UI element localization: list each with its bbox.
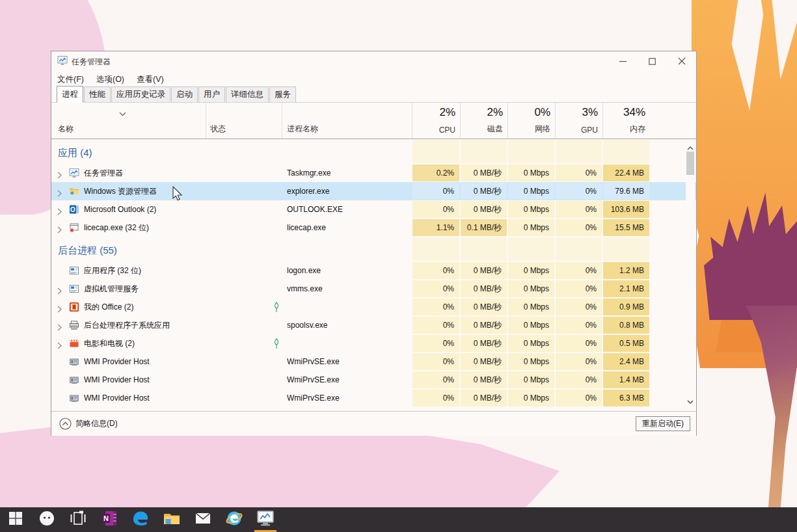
- memory-cell: 79.6 MB: [603, 183, 649, 200]
- tab-6[interactable]: 服务: [269, 86, 296, 102]
- column-header-network[interactable]: 0%网络: [507, 103, 556, 139]
- process-row[interactable]: OMicrosoft Outlook (2)OUTLOOK.EXE0%0 MB/…: [51, 200, 696, 219]
- process-row[interactable]: licecap.exe (32 位)licecap.exe1.1%0.1 MB/…: [51, 219, 696, 237]
- taskbar-onenote-button[interactable]: N: [94, 507, 125, 532]
- taskbar-mail-button[interactable]: [187, 507, 219, 532]
- tab-1[interactable]: 性能: [84, 86, 111, 102]
- process-row[interactable]: 任务管理器Taskmgr.exe0.2%0 MB/秒0 Mbps0%22.4 M…: [51, 164, 696, 182]
- memory-cell: 15.5 MB: [603, 219, 649, 236]
- cortana-icon: [38, 510, 55, 529]
- summary-info-label[interactable]: 简略信息(D): [75, 412, 118, 436]
- column-header-status[interactable]: 状态: [206, 103, 282, 139]
- gpu-cell: 0%: [556, 353, 602, 370]
- column-header-cpu[interactable]: 2%CPU: [412, 103, 461, 139]
- disk-cell: [461, 140, 507, 163]
- process-row[interactable]: Windows 资源管理器explorer.exe0%0 MB/秒0 Mbps0…: [51, 182, 696, 200]
- memory-cell: 0.5 MB: [603, 335, 649, 352]
- edge-icon: [131, 509, 150, 530]
- process-row[interactable]: WMI Provider HostWmiPrvSE.exe0%0 MB/秒0 M…: [51, 352, 696, 371]
- tab-2[interactable]: 应用历史记录: [111, 86, 170, 102]
- expand-chevron-icon[interactable]: [57, 170, 62, 181]
- expand-chevron-icon[interactable]: [57, 304, 62, 315]
- memory-cell: 0.8 MB: [603, 317, 649, 334]
- taskbar-task-view-button[interactable]: [62, 507, 94, 532]
- taskbar-internet-explorer-button[interactable]: [219, 507, 250, 532]
- scrollbar-down-icon[interactable]: [687, 395, 694, 407]
- column-header-gpu[interactable]: 3%GPU: [555, 103, 603, 139]
- svg-text:N: N: [103, 514, 109, 522]
- network-cell: 0 Mbps: [508, 390, 554, 406]
- tab-0[interactable]: 进程: [57, 86, 83, 103]
- group-header-row[interactable]: 后台进程 (55): [51, 237, 696, 261]
- group-label: 后台进程 (55): [58, 245, 117, 257]
- cpu-label: CPU: [439, 126, 455, 135]
- taskbar-task-manager-button[interactable]: [250, 507, 281, 532]
- cpu-cell: 0%: [412, 371, 459, 388]
- column-header-memory[interactable]: 34%内存: [602, 103, 651, 139]
- tab-4[interactable]: 用户: [198, 86, 225, 102]
- expand-details-button[interactable]: [59, 418, 72, 432]
- process-name-label: Microsoft Outlook (2): [84, 200, 156, 219]
- process-name-label: 我的 Office (2): [84, 298, 133, 316]
- minimize-button[interactable]: [608, 51, 638, 72]
- taskbar-cortana-button[interactable]: [31, 507, 62, 532]
- licecap-icon: [69, 222, 79, 233]
- footer-bar: 简略信息(D) 重新启动(E): [51, 411, 696, 436]
- file-explorer-icon: [163, 509, 181, 530]
- wmi-icon: [69, 356, 79, 367]
- column-header-status-label: 状态: [210, 124, 226, 135]
- process-row[interactable]: WMI Provider HostWmiPrvSE.exe0%0 MB/秒0 M…: [51, 371, 696, 389]
- process-row[interactable]: 电影和电视 (2)0%0 MB/秒0 Mbps0%0.5 MB: [51, 334, 696, 352]
- network-cell: 0 Mbps: [508, 262, 554, 279]
- network-cell: 0 Mbps: [508, 353, 554, 370]
- process-name-label: WMI Provider Host: [84, 352, 150, 371]
- restart-button[interactable]: 重新启动(E): [636, 416, 690, 431]
- process-row[interactable]: 我的 Office (2)0%0 MB/秒0 Mbps0%0.9 MB: [51, 298, 696, 316]
- disk-cell: 0 MB/秒: [461, 262, 507, 279]
- svg-text:O: O: [70, 206, 75, 213]
- maximize-button[interactable]: [638, 51, 667, 72]
- taskbar-file-explorer-button[interactable]: [156, 507, 187, 532]
- close-button[interactable]: [667, 51, 696, 72]
- cpu-total: 2%: [439, 106, 455, 119]
- wallpaper-pink-band: [0, 427, 560, 507]
- column-header-name[interactable]: 名称: [51, 103, 206, 139]
- group-header-row[interactable]: 应用 (4): [51, 139, 696, 164]
- menu-item-0[interactable]: 文件(F): [57, 74, 84, 85]
- tab-5[interactable]: 详细信息: [226, 86, 269, 102]
- vertical-scrollbar[interactable]: [686, 140, 695, 409]
- memory-cell: 2.1 MB: [603, 280, 649, 297]
- process-exe-label: WmiPrvSE.exe: [287, 389, 340, 407]
- expand-chevron-icon[interactable]: [57, 340, 62, 352]
- column-header-disk[interactable]: 2%磁盘: [460, 103, 508, 139]
- memory-cell: 22.4 MB: [603, 165, 649, 181]
- mouse-cursor: [172, 186, 183, 204]
- process-row[interactable]: 后台处理程序子系统应用spoolsv.exe0%0 MB/秒0 Mbps0%0.…: [51, 316, 696, 334]
- maximize-icon: [649, 56, 656, 68]
- taskbar-edge-button[interactable]: [125, 507, 156, 532]
- process-name-label: Windows 资源管理器: [84, 182, 157, 200]
- menu-item-1[interactable]: 选项(O): [96, 74, 124, 85]
- expand-chevron-icon[interactable]: [57, 206, 62, 218]
- task-manager-window: 任务管理器 文件(F)选项(O)查看(V) 进程性能应用历史记录启动用户详细信息…: [51, 51, 697, 436]
- tab-3[interactable]: 启动: [171, 86, 198, 102]
- memory-label: 内存: [630, 124, 645, 135]
- start-icon: [8, 511, 23, 529]
- title-bar[interactable]: 任务管理器: [51, 51, 696, 72]
- process-row[interactable]: 应用程序 (32 位)logon.exe0%0 MB/秒0 Mbps0%1.2 …: [51, 261, 696, 280]
- process-exe-label: licecap.exe: [287, 219, 326, 237]
- taskbar-start-button[interactable]: [0, 507, 31, 532]
- expand-chevron-icon[interactable]: [57, 322, 62, 334]
- process-row[interactable]: 虚拟机管理服务vmms.exe0%0 MB/秒0 Mbps0%2.1 MB: [51, 280, 696, 298]
- column-header-process-name[interactable]: 进程名称: [282, 103, 412, 139]
- gpu-cell: 0%: [556, 280, 602, 297]
- scrollbar-thumb[interactable]: [686, 152, 694, 175]
- menu-item-2[interactable]: 查看(V): [137, 74, 164, 85]
- gpu-cell: 0%: [556, 390, 602, 406]
- expand-chevron-icon[interactable]: [57, 286, 62, 297]
- expand-chevron-icon[interactable]: [57, 224, 62, 236]
- disk-cell: 0 MB/秒: [461, 390, 507, 406]
- expand-chevron-icon[interactable]: [57, 188, 62, 200]
- disk-cell: 0.1 MB/秒: [461, 219, 507, 236]
- process-row[interactable]: WMI Provider HostWmiPrvSE.exe0%0 MB/秒0 M…: [51, 389, 696, 407]
